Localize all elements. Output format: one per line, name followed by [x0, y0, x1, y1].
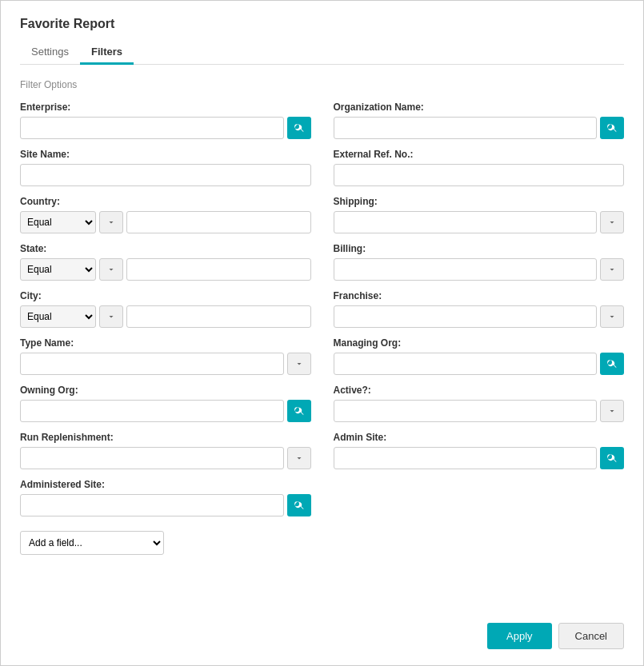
- shipping-input[interactable]: [334, 211, 598, 233]
- administered-site-group: Administered Site:: [20, 479, 311, 516]
- administered-site-search-button[interactable]: [287, 494, 311, 516]
- external-ref-row: [334, 164, 625, 186]
- active-dropdown-button[interactable]: [600, 400, 624, 422]
- managing-org-input[interactable]: [334, 353, 598, 375]
- cancel-button[interactable]: Cancel: [558, 623, 624, 649]
- admin-site-group: Admin Site:: [334, 432, 625, 469]
- chevron-down-icon: [607, 217, 617, 227]
- enterprise-search-button[interactable]: [287, 117, 311, 139]
- organization-name-row: [334, 117, 625, 139]
- shipping-label: Shipping:: [334, 196, 625, 207]
- chevron-down-icon: [607, 312, 617, 321]
- admin-site-input[interactable]: [334, 447, 598, 469]
- tab-filters[interactable]: Filters: [80, 41, 134, 65]
- billing-group: Billing:: [334, 243, 625, 281]
- shipping-dropdown-button[interactable]: [600, 211, 624, 233]
- city-operator-dropdown-button[interactable]: [99, 305, 123, 328]
- managing-org-row: [334, 353, 625, 375]
- dialog-title: Favorite Report: [20, 17, 624, 31]
- chevron-down-icon: [106, 217, 116, 227]
- organization-name-label: Organization Name:: [334, 102, 625, 113]
- country-input[interactable]: [126, 211, 311, 233]
- billing-row: [334, 258, 625, 281]
- enterprise-label: Enterprise:: [20, 102, 311, 113]
- type-name-group: Type Name:: [20, 337, 311, 375]
- billing-dropdown-button[interactable]: [600, 258, 624, 281]
- city-row: Equal Not Equal Contains: [20, 305, 311, 328]
- search-icon: [606, 453, 618, 464]
- franchise-input[interactable]: [334, 305, 598, 328]
- run-replenishment-row: [20, 447, 311, 469]
- search-icon: [294, 122, 305, 134]
- active-input[interactable]: [334, 400, 598, 422]
- organization-name-search-button[interactable]: [600, 117, 624, 139]
- footer: Apply Cancel: [20, 599, 624, 649]
- owning-org-input[interactable]: [20, 400, 284, 422]
- country-operator-select[interactable]: Equal Not Equal Contains: [20, 211, 96, 233]
- state-input[interactable]: [126, 258, 311, 281]
- run-replenishment-label: Run Replenishment:: [20, 432, 311, 443]
- admin-site-label: Admin Site:: [334, 432, 625, 443]
- tabs-container: Settings Filters: [20, 41, 624, 65]
- owning-org-row: [20, 400, 311, 422]
- state-label: State:: [20, 243, 311, 254]
- active-row: [334, 400, 625, 422]
- owning-org-label: Owning Org:: [20, 385, 311, 396]
- administered-site-label: Administered Site:: [20, 479, 311, 490]
- admin-site-row: [334, 447, 625, 469]
- run-replenishment-group: Run Replenishment:: [20, 432, 311, 469]
- state-group: State: Equal Not Equal Contains: [20, 243, 311, 281]
- enterprise-input[interactable]: [20, 117, 284, 139]
- search-icon: [294, 500, 305, 511]
- apply-button[interactable]: Apply: [487, 623, 552, 649]
- external-ref-label: External Ref. No.:: [334, 149, 625, 160]
- owning-org-search-button[interactable]: [287, 400, 311, 422]
- billing-input[interactable]: [334, 258, 598, 281]
- enterprise-group: Enterprise:: [20, 102, 311, 139]
- franchise-label: Franchise:: [334, 290, 625, 301]
- admin-site-search-button[interactable]: [600, 447, 624, 469]
- chevron-down-icon: [607, 265, 617, 274]
- active-label: Active?:: [334, 385, 625, 396]
- managing-org-group: Managing Org:: [334, 337, 625, 375]
- external-ref-group: External Ref. No.:: [334, 149, 625, 186]
- city-group: City: Equal Not Equal Contains: [20, 290, 311, 328]
- owning-org-group: Owning Org:: [20, 385, 311, 422]
- franchise-group: Franchise:: [334, 290, 625, 328]
- chevron-down-icon: [106, 312, 116, 321]
- chevron-down-icon: [106, 265, 116, 274]
- site-name-group: Site Name:: [20, 149, 311, 186]
- site-name-label: Site Name:: [20, 149, 311, 160]
- type-name-dropdown-button[interactable]: [287, 353, 311, 375]
- franchise-row: [334, 305, 625, 328]
- organization-name-input[interactable]: [334, 117, 598, 139]
- managing-org-search-button[interactable]: [600, 353, 624, 375]
- chevron-down-icon: [294, 359, 304, 369]
- run-replenishment-input[interactable]: [20, 447, 284, 469]
- shipping-row: [334, 211, 625, 233]
- add-field-row: Add a field...: [20, 531, 624, 555]
- add-field-select[interactable]: Add a field...: [20, 531, 164, 555]
- external-ref-input[interactable]: [334, 164, 625, 186]
- shipping-group: Shipping:: [334, 196, 625, 233]
- type-name-row: [20, 353, 311, 375]
- type-name-input[interactable]: [20, 353, 284, 375]
- run-replenishment-dropdown-button[interactable]: [287, 447, 311, 469]
- state-operator-select[interactable]: Equal Not Equal Contains: [20, 258, 96, 281]
- administered-site-input[interactable]: [20, 494, 284, 516]
- state-operator-dropdown-button[interactable]: [99, 258, 123, 281]
- managing-org-label: Managing Org:: [334, 337, 625, 349]
- site-name-input[interactable]: [20, 164, 311, 186]
- filters-grid: Enterprise: Organization Name: Site Name…: [20, 102, 624, 516]
- active-group: Active?:: [334, 385, 625, 422]
- tab-settings[interactable]: Settings: [20, 41, 80, 65]
- franchise-dropdown-button[interactable]: [600, 305, 624, 328]
- city-operator-select[interactable]: Equal Not Equal Contains: [20, 305, 96, 328]
- country-operator-dropdown-button[interactable]: [99, 211, 123, 233]
- country-row: Equal Not Equal Contains: [20, 211, 311, 233]
- administered-site-row: [20, 494, 311, 516]
- search-icon: [606, 122, 618, 134]
- favorite-report-dialog: Favorite Report Settings Filters Filter …: [0, 0, 644, 666]
- country-group: Country: Equal Not Equal Contains: [20, 196, 311, 233]
- city-input[interactable]: [126, 305, 311, 328]
